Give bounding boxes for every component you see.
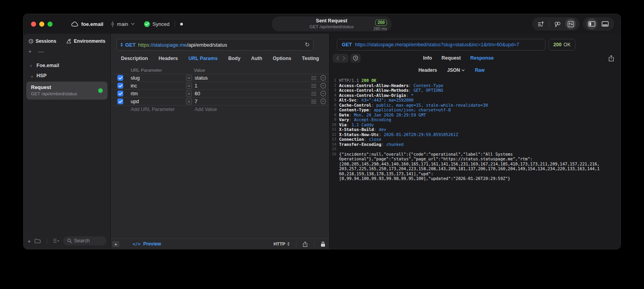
minimize-window-button[interactable] <box>39 22 44 27</box>
header-value: h3=":443"; ma=2592000 <box>361 98 414 102</box>
request-tab-description[interactable]: Description <box>121 56 148 61</box>
add-session-button[interactable]: + <box>28 48 32 55</box>
header-value: application/json; charset=utf-8 <box>374 107 451 112</box>
sidebar-request-item[interactable]: Request GET /api/embed/status <box>26 82 108 100</box>
line-number: 15 <box>330 147 339 152</box>
response-status-code: 200 <box>553 42 562 47</box>
history-back-icon[interactable] <box>336 56 339 60</box>
header-value: Mon, 26 Jan 2026 20:29:59 GMT <box>354 113 426 117</box>
desktop: foe.email main Synced Sent Request GET /… <box>0 0 644 289</box>
line-number: 10 <box>330 122 339 127</box>
request-title: Sent Request <box>310 18 354 24</box>
export-response-icon[interactable] <box>608 55 614 62</box>
resend-request-icon[interactable]: ↻ <box>305 41 310 48</box>
request-url[interactable]: https://statuspage.me/api/embed/status <box>138 42 303 48</box>
remove-param-icon[interactable] <box>320 83 326 89</box>
merge-sessions-icon[interactable] <box>552 18 563 29</box>
remove-param-icon[interactable] <box>320 91 326 96</box>
zoom-window-button[interactable] <box>47 22 53 27</box>
param-value-field[interactable]: 1 <box>195 83 311 89</box>
request-tab-auth[interactable]: Auth <box>251 56 262 61</box>
request-tab-url-params[interactable]: URL Params <box>188 56 217 61</box>
protocol-label: HTTP <box>274 242 285 246</box>
request-item-title: Request <box>31 84 98 91</box>
tree-item-hsp[interactable]: ⌄ HSP <box>24 71 110 81</box>
line-number: 12 <box>330 132 339 137</box>
drag-handle-icon[interactable] <box>311 76 316 80</box>
request-method[interactable]: GET <box>125 42 136 48</box>
param-name-field[interactable]: rtm <box>131 91 186 96</box>
sidebar-tab-label: Sessions <box>36 38 57 44</box>
param-name-field[interactable]: upd <box>131 99 186 104</box>
request-tab-headers[interactable]: Headers <box>159 56 178 61</box>
param-value-field[interactable]: status <box>195 75 311 81</box>
history-clock-icon[interactable] <box>350 54 361 63</box>
project-name[interactable]: foe.email <box>81 21 103 27</box>
toggle-sidebar-icon[interactable] <box>586 18 597 29</box>
header-value: public, max-age=15, stale-while-revalida… <box>376 103 488 107</box>
header-separator: : <box>349 117 354 122</box>
code-line: 8Date: Mon, 26 Jan 2026 20:29:59 GMT <box>330 113 620 118</box>
code-line: 9Vary: Accept-Encoding <box>330 117 620 122</box>
traffic-lights <box>31 22 53 27</box>
sort-list-icon[interactable] <box>53 238 60 243</box>
add-param-name-placeholder[interactable]: Add URL Parameter <box>131 107 186 112</box>
response-subtab-headers[interactable]: Headers <box>418 67 437 73</box>
response-raw-view[interactable]: 1HTTP/1.1 200 OK2Access-Control-Allow-He… <box>330 78 620 249</box>
add-param-value-placeholder[interactable]: Add Value <box>195 107 326 112</box>
response-tab-request[interactable]: Request <box>441 55 461 61</box>
toggle-bottom-panel-icon[interactable] <box>600 18 611 29</box>
request-tab-options[interactable]: Options <box>273 56 291 61</box>
param-enabled-checkbox[interactable] <box>117 91 123 96</box>
remove-param-icon[interactable] <box>320 75 326 81</box>
param-value-field[interactable]: 60 <box>195 91 311 96</box>
protocol-selector[interactable]: HTTP <box>274 242 290 246</box>
chevron-down-icon[interactable]: ⌄ <box>30 73 33 78</box>
response-subtab-raw[interactable]: Raw <box>475 67 485 73</box>
tree-item-foe-email[interactable]: › Foe.email <box>24 60 110 71</box>
sidebar-tab-environments[interactable]: Environments <box>66 38 105 44</box>
share-icon[interactable] <box>303 241 308 247</box>
drag-handle-icon[interactable] <box>311 100 316 104</box>
remove-param-icon[interactable] <box>320 98 326 104</box>
request-tab-testing[interactable]: Testing <box>302 56 319 61</box>
param-name-field[interactable]: slug <box>131 75 186 81</box>
remove-session-button[interactable]: — <box>38 48 44 55</box>
sidebar-tab-sessions[interactable]: Sessions <box>29 38 57 44</box>
param-enabled-checkbox[interactable] <box>117 83 123 89</box>
request-tab-body[interactable]: Body <box>228 56 240 61</box>
sync-status[interactable]: Synced <box>153 21 170 27</box>
response-tab-info[interactable]: Info <box>423 55 432 61</box>
close-window-button[interactable] <box>31 22 36 27</box>
active-request-pill[interactable]: Sent Request GET /api/embed/status 200 2… <box>272 16 392 31</box>
add-param-row[interactable]: Add URL Parameter Add Value <box>111 105 329 113</box>
chevron-down-icon[interactable] <box>131 23 135 25</box>
collapse-panel-button[interactable]: ▲ <box>112 241 119 247</box>
lock-icon[interactable] <box>321 241 325 247</box>
search-input[interactable]: Search <box>63 236 106 245</box>
add-request-button[interactable]: + <box>27 238 31 244</box>
param-name-field[interactable]: inc <box>131 83 186 89</box>
param-enabled-checkbox[interactable] <box>117 98 123 104</box>
request-url-bar[interactable]: GET https://statuspage.me/api/embed/stat… <box>117 39 314 51</box>
code-line: 2Access-Control-Allow-Headers: Content-T… <box>330 83 620 88</box>
import-export-icon[interactable] <box>565 18 576 29</box>
response-panel: GET https://statuspage.me/api/embed/stat… <box>330 34 620 249</box>
param-enabled-checkbox[interactable] <box>117 75 123 81</box>
branch-name[interactable]: main <box>117 21 128 27</box>
code-text: Content-Type: application/json; charset=… <box>339 107 451 113</box>
method-stepper-icon[interactable] <box>120 43 123 47</box>
header-name: X-Status-Now-Utc <box>339 132 379 137</box>
drag-handle-icon[interactable] <box>311 92 316 96</box>
param-value-field[interactable]: 7 <box>195 99 311 104</box>
app-window: foe.email main Synced Sent Request GET /… <box>23 14 621 249</box>
new-folder-icon[interactable] <box>35 238 41 244</box>
chevron-right-icon[interactable]: › <box>30 63 33 68</box>
response-tab-response[interactable]: Response <box>470 55 494 61</box>
sort-export-icon[interactable] <box>536 18 547 29</box>
history-forward-icon[interactable] <box>343 56 345 60</box>
drag-handle-icon[interactable] <box>311 84 316 88</box>
response-subtab-json[interactable]: JSON <box>447 67 465 73</box>
sent-request-url-box[interactable]: GET https://statuspage.me/api/embed/stat… <box>337 39 545 51</box>
preview-button[interactable]: </> Preview <box>133 241 161 247</box>
